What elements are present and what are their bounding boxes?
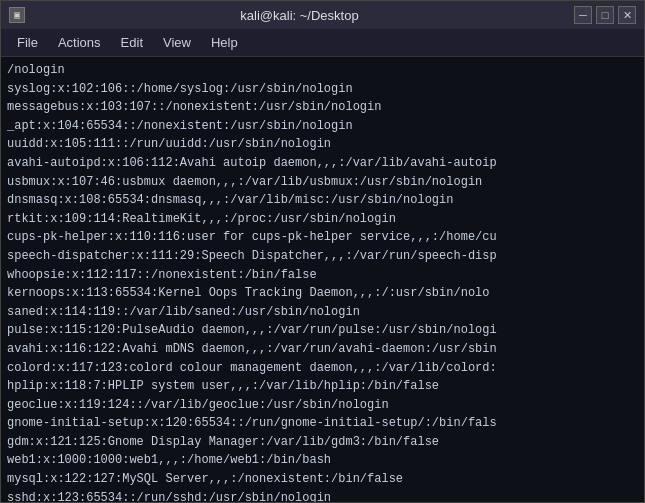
terminal-line: gnome-initial-setup:x:120:65534::/run/gn…: [7, 414, 638, 433]
terminal-line: hplip:x:118:7:HPLIP system user,,,:/var/…: [7, 377, 638, 396]
title-bar-left: ▣: [9, 7, 25, 23]
window-icon: ▣: [9, 7, 25, 23]
menu-edit[interactable]: Edit: [111, 31, 153, 54]
title-bar: ▣ kali@kali: ~/Desktop ─ □ ✕: [1, 1, 644, 29]
terminal-body[interactable]: /nologin syslog:x:102:106::/home/syslog:…: [1, 57, 644, 502]
terminal-line: avahi-autoipd:x:106:112:Avahi autoip dae…: [7, 154, 638, 173]
title-bar-title: kali@kali: ~/Desktop: [25, 8, 574, 23]
terminal-line: usbmux:x:107:46:usbmux daemon,,,:/var/li…: [7, 173, 638, 192]
maximize-button[interactable]: □: [596, 6, 614, 24]
terminal-line: geoclue:x:119:124::/var/lib/geoclue:/usr…: [7, 396, 638, 415]
terminal-line: uuidd:x:105:111::/run/uuidd:/usr/sbin/no…: [7, 135, 638, 154]
menu-help[interactable]: Help: [201, 31, 248, 54]
menu-bar: File Actions Edit View Help: [1, 29, 644, 57]
terminal-line: dnsmasq:x:108:65534:dnsmasq,,,:/var/lib/…: [7, 191, 638, 210]
terminal-line: web1:x:1000:1000:web1,,,:/home/web1:/bin…: [7, 451, 638, 470]
terminal-line: messagebus:x:103:107::/nonexistent:/usr/…: [7, 98, 638, 117]
terminal-line: gdm:x:121:125:Gnome Display Manager:/var…: [7, 433, 638, 452]
terminal-line: cups-pk-helper:x:110:116:user for cups-p…: [7, 228, 638, 247]
terminal-window: ▣ kali@kali: ~/Desktop ─ □ ✕ File Action…: [0, 0, 645, 503]
terminal-line: rtkit:x:109:114:RealtimeKit,,,:/proc:/us…: [7, 210, 638, 229]
terminal-line: sshd:x:123:65534::/run/sshd:/usr/sbin/no…: [7, 489, 638, 502]
terminal-line: pulse:x:115:120:PulseAudio daemon,,,:/va…: [7, 321, 638, 340]
terminal-line: /nologin: [7, 61, 638, 80]
terminal-line: _apt:x:104:65534::/nonexistent:/usr/sbin…: [7, 117, 638, 136]
terminal-line: kernoops:x:113:65534:Kernel Oops Trackin…: [7, 284, 638, 303]
menu-actions[interactable]: Actions: [48, 31, 111, 54]
terminal-line: saned:x:114:119::/var/lib/saned:/usr/sbi…: [7, 303, 638, 322]
terminal-line: avahi:x:116:122:Avahi mDNS daemon,,,:/va…: [7, 340, 638, 359]
terminal-line: mysql:x:122:127:MySQL Server,,,:/nonexis…: [7, 470, 638, 489]
terminal-line: syslog:x:102:106::/home/syslog:/usr/sbin…: [7, 80, 638, 99]
menu-file[interactable]: File: [7, 31, 48, 54]
menu-view[interactable]: View: [153, 31, 201, 54]
title-bar-controls: ─ □ ✕: [574, 6, 636, 24]
close-button[interactable]: ✕: [618, 6, 636, 24]
terminal-line: colord:x:117:123:colord colour managemen…: [7, 359, 638, 378]
minimize-button[interactable]: ─: [574, 6, 592, 24]
terminal-line: whoopsie:x:112:117::/nonexistent:/bin/fa…: [7, 266, 638, 285]
terminal-line: speech-dispatcher:x:111:29:Speech Dispat…: [7, 247, 638, 266]
